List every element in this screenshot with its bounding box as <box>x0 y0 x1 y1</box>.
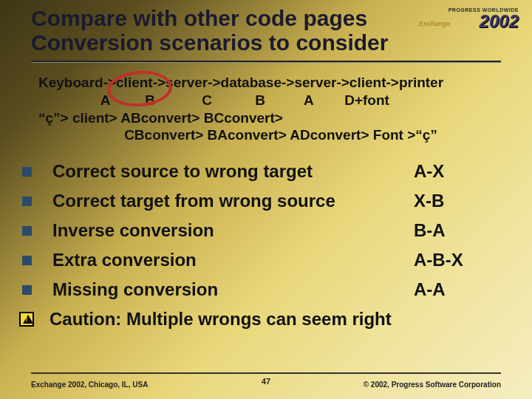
bullet-text: Extra conversion <box>52 250 414 270</box>
footer-right: © 2002, Progress Software Corporation <box>364 381 501 389</box>
title-line-1: Compare with other code pages <box>31 6 367 30</box>
list-item: Correct target from wrong source X-B <box>22 191 510 211</box>
bullet-code: B-A <box>414 220 510 241</box>
footer-rule <box>31 372 501 374</box>
list-item: Correct source to wrong target A-X <box>22 161 510 182</box>
bullet-icon <box>22 226 32 236</box>
bullet-icon <box>22 285 32 295</box>
title-underline <box>31 61 501 63</box>
body-text: Keyboard->client->server->database->serv… <box>38 74 443 144</box>
bullet-text: Inverse conversion <box>52 220 414 241</box>
slide-title: Compare with other code pages Conversion… <box>31 6 474 55</box>
bullet-icon <box>22 197 32 206</box>
bullet-code: A-A <box>414 279 510 300</box>
body-line-1: Keyboard->client->server->database->serv… <box>38 74 443 92</box>
title-line-2: Conversion scenarios to consider <box>31 30 388 55</box>
list-item: Extra conversion A-B-X <box>22 250 510 270</box>
list-item-caution: Caution: Multiple wrongs can seem right <box>22 309 510 330</box>
logo-year: 2002 <box>480 11 519 31</box>
body-line-2: A B C B A D+font <box>38 92 443 109</box>
bullet-text: Correct target from wrong source <box>52 191 414 211</box>
bullet-text: Missing conversion <box>52 279 414 300</box>
logo-exchange: Exchange <box>419 21 451 27</box>
bullet-code: A-X <box>414 161 510 182</box>
caution-text: Caution: Multiple wrongs can seem right <box>50 309 510 330</box>
caution-icon <box>19 312 34 327</box>
bullet-text: Correct source to wrong target <box>52 161 414 182</box>
logo: PROGRESS WORLDWIDE Exchange 2002 <box>449 7 519 30</box>
bullet-list: Correct source to wrong target A-X Corre… <box>22 161 510 338</box>
bullet-code: X-B <box>414 191 510 211</box>
bullet-icon <box>22 256 32 265</box>
body-line-3: “ç”> client> ABconvert> BCconvert> <box>38 109 443 127</box>
list-item: Inverse conversion B-A <box>22 220 510 241</box>
bullet-code: A-B-X <box>414 250 510 270</box>
bullet-icon <box>22 167 32 177</box>
list-item: Missing conversion A-A <box>22 279 510 300</box>
body-line-4: CBconvert> BAconvert> ADconvert> Font >“… <box>38 126 443 144</box>
slide: Compare with other code pages Conversion… <box>0 0 532 399</box>
